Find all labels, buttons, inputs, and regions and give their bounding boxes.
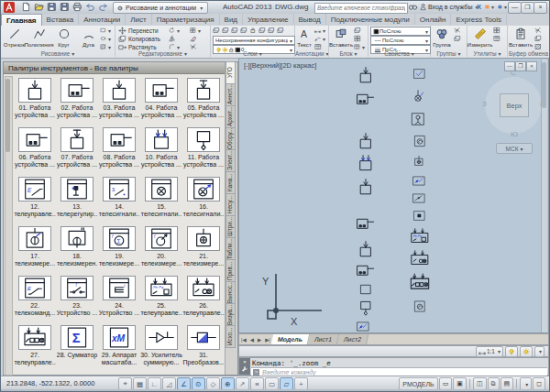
schematic-block[interactable] [355,154,377,172]
color-combo[interactable]: ПоСлою [370,27,431,36]
search-icon[interactable] [407,2,419,12]
command-close-icon[interactable]: × [243,358,247,365]
wrench-icon[interactable] [241,365,248,373]
palette-tool-item[interactable]: 27. телеуправле... [14,325,56,375]
layer-match-button[interactable] [258,27,267,34]
ribbon-tab[interactable]: Подключенные модули [326,14,415,25]
search-input[interactable] [314,3,408,14]
status-toggle[interactable]: ▭ [265,377,279,390]
palette-tab[interactable]: Вынос... [226,281,236,304]
status-toggle[interactable]: ◇ [206,377,220,390]
status-toggle[interactable]: ▱ [280,377,293,390]
viewcube-top-face[interactable]: Верх [500,93,529,117]
schematic-block[interactable] [412,210,426,222]
layer-lock-button[interactable] [249,27,258,34]
compass-west[interactable]: З [482,100,487,108]
panel-utilities-label[interactable]: Утилиты [468,50,507,57]
palette-tab[interactable]: Обору... [226,127,236,150]
restore-button[interactable]: ❐ [521,2,534,14]
palette-tool-item[interactable]: E 12. телеуправле... [14,177,56,226]
quick-view-layouts-button[interactable]: ◫ [473,377,487,390]
sign-in-button[interactable]: Вход в службы [419,2,478,12]
new-file-button[interactable] [19,2,33,12]
insert-block-button[interactable]: Вставить [329,27,353,50]
schematic-block[interactable] [351,261,377,279]
schematic-block[interactable] [410,110,426,128]
status-toggle[interactable]: ⊕ [221,377,235,390]
schematic-block[interactable] [355,64,377,86]
layout-tab[interactable]: Модель [271,334,310,344]
block-attributes-button[interactable] [354,43,365,50]
copy-clip-button[interactable] [534,35,545,42]
palette-tab[interactable]: Прив... [226,259,236,282]
status-toggle[interactable]: ↗ [236,377,249,390]
schematic-block[interactable] [354,321,372,332]
quick-select-button[interactable] [493,27,504,34]
annotation-visibility-button[interactable] [505,346,518,357]
layer-isolate-button[interactable] [231,27,239,34]
palette-tool-item[interactable]: t 24. Устройство ... [98,276,140,325]
schematic-block[interactable] [411,192,427,204]
minimize-button[interactable]: — [508,2,522,14]
open-file-button[interactable] [32,2,46,12]
doc-close-button[interactable]: × [526,61,537,71]
model-paper-toggle[interactable]: РМОДЕЛЬ [399,377,437,390]
status-toggle[interactable]: ▦ [133,377,147,390]
palette-tool-item[interactable]: 02. Работа устройства ... [56,78,98,127]
panel-draw-label[interactable]: Рисование [1,50,115,57]
palette-tool-item[interactable]: 04. Работа устройства ... [140,78,182,127]
annotation-scale-button[interactable]: 1:1 [476,346,503,357]
palette-tool-item[interactable]: 03. Работа устройства ... [98,78,140,127]
layout-tab[interactable]: Лист1 [308,334,339,344]
array-button[interactable] [190,27,201,34]
palette-tool-item[interactable]: 18. телеизмерен... [56,226,98,276]
schematic-block[interactable] [351,90,377,108]
schematic-block[interactable] [412,299,427,313]
palette-tool-item[interactable]: 31. Преобразов... [182,325,225,375]
undo-button[interactable] [83,2,97,12]
save-as-button[interactable] [58,2,72,12]
schematic-block[interactable] [412,152,426,170]
autodesk360-icon[interactable] [484,2,495,12]
layer-properties-button[interactable] [213,27,221,34]
layer-freeze-button[interactable] [240,27,248,34]
layer-state-combo[interactable]: Несохраненная конфигурация сло [213,36,295,45]
palette-scroll-thumb[interactable] [6,79,10,152]
panel-properties-label[interactable]: Свойства [368,50,430,57]
fillet-button[interactable] [169,43,180,50]
wcs-menu[interactable]: МСК [496,143,533,154]
ribbon-tab[interactable]: Параметризация [152,14,220,25]
schematic-block[interactable] [410,86,426,106]
viewcube[interactable]: С В Ю З Верх МСК [483,71,545,156]
palette-tool-item[interactable]: 11. Работа устройства ... [182,127,225,177]
match-properties-button[interactable] [534,43,545,50]
ribbon-tab[interactable]: Вывод [294,14,326,25]
palette-tool-item[interactable]: 10. Работа устройства ... [140,127,182,177]
table-button[interactable] [314,43,325,50]
schematic-block[interactable] [351,214,377,233]
layer-prev-button[interactable] [268,27,276,34]
schematic-block[interactable] [356,298,376,318]
palette-tool-item[interactable]: 15. телесигнали... [140,177,182,226]
palette-tool-item[interactable]: Σ 28. Сумматор [56,325,98,375]
palette-tab[interactable]: Штри... [226,215,236,238]
ribbon-tab[interactable]: Вид [220,14,243,25]
next-layout-button[interactable]: ▶ [256,337,263,343]
panel-clipboard-label[interactable]: Буфер обмена [508,50,549,57]
layer-state-button[interactable] [277,27,285,34]
palette-tab[interactable]: Кана... [226,171,236,194]
leader-button[interactable] [314,35,325,42]
layout-space-button[interactable]: ▣ [453,377,467,390]
palette-tab[interactable]: Архит... [226,105,236,128]
paste-button[interactable]: Вставить [509,27,533,50]
canvas-scroll-thumb[interactable] [542,62,546,108]
ellipse-button[interactable] [100,35,111,42]
palette-tab[interactable]: Исхо... [226,325,236,348]
status-toggle[interactable]: ⌖ [118,377,132,390]
canvas-scrollbar[interactable] [541,60,547,332]
ribbon-tab[interactable]: Вставка [42,14,80,25]
panel-block-label[interactable]: Блок [329,50,368,57]
model-space-button[interactable]: ▭ [439,377,453,390]
create-block-button[interactable] [354,27,365,34]
status-toggle[interactable]: ◿ [162,377,176,390]
